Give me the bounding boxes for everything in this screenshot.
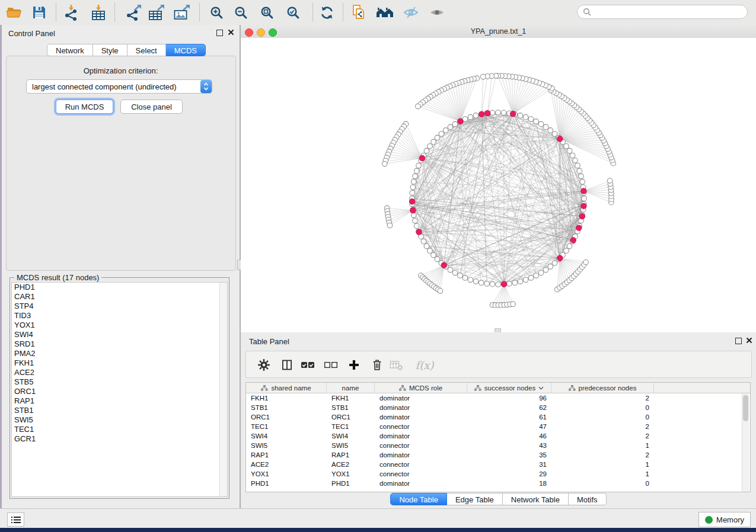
close-panel-icon[interactable] [228, 29, 234, 36]
cell-shared-name[interactable]: FKH1 [246, 393, 327, 403]
first-neighbors-icon[interactable] [374, 2, 395, 23]
graph-node[interactable] [490, 281, 495, 287]
run-mcds-button[interactable]: Run MCDS [56, 100, 113, 114]
cell-MCDS-role[interactable]: connector [375, 441, 467, 450]
graph-node[interactable] [473, 279, 479, 284]
cell-predecessor-nodes[interactable]: 0 [551, 403, 654, 412]
mcds-list-scrollbar[interactable] [219, 283, 227, 496]
graph-node[interactable] [473, 113, 479, 118]
import-network-icon[interactable] [60, 2, 82, 23]
table-scrollbar-thumb[interactable] [743, 395, 748, 421]
mcds-result-item[interactable]: RAP1 [12, 396, 227, 406]
graph-node[interactable] [580, 179, 585, 184]
graph-node[interactable] [411, 179, 416, 184]
close-table-panel-icon[interactable] [746, 337, 752, 344]
hide-selected-icon[interactable] [400, 2, 422, 23]
export-network-icon[interactable] [123, 2, 144, 23]
graph-node-selected[interactable] [479, 111, 484, 117]
mcds-result-item[interactable]: PMA2 [12, 349, 227, 358]
task-history-button[interactable] [7, 512, 24, 527]
graph-node-selected[interactable] [557, 255, 563, 261]
graph-node-selected[interactable] [579, 214, 585, 219]
export-table-icon[interactable] [145, 2, 167, 23]
graph-node[interactable] [548, 128, 553, 133]
graph-node[interactable] [507, 281, 512, 286]
open-file-icon[interactable] [4, 2, 25, 23]
tab-network-table[interactable]: Network Table [503, 493, 569, 505]
cell-predecessor-nodes[interactable]: 1 [551, 441, 654, 450]
mcds-result-item[interactable]: STP4 [12, 302, 227, 311]
cell-MCDS-role[interactable]: dominator [375, 450, 467, 460]
graph-node[interactable] [448, 124, 453, 130]
deselect-all-icon[interactable] [323, 357, 339, 373]
cell-MCDS-role[interactable]: dominator [375, 412, 467, 422]
graph-node[interactable] [518, 279, 523, 284]
column-header-successor-nodes[interactable]: successor nodes [467, 383, 551, 393]
graph-node-selected[interactable] [409, 198, 414, 204]
cell-successor-nodes[interactable]: 96 [467, 393, 551, 403]
table-row[interactable]: SWI4SWI4dominator462 [246, 431, 750, 441]
cell-successor-nodes[interactable]: 29 [467, 469, 551, 479]
graph-node[interactable] [468, 277, 473, 283]
graph-node[interactable] [431, 139, 436, 145]
graph-node[interactable] [607, 178, 613, 184]
show-columns-icon[interactable] [279, 357, 295, 373]
cell-shared-name[interactable]: RAP1 [246, 450, 327, 460]
mcds-result-item[interactable]: SRD1 [12, 339, 227, 349]
cell-name[interactable]: TEC1 [327, 422, 375, 431]
graph-node[interactable] [543, 124, 548, 130]
graph-node[interactable] [523, 277, 528, 283]
import-table-icon[interactable] [88, 2, 109, 23]
graph-node-selected[interactable] [557, 136, 563, 142]
cell-successor-nodes[interactable]: 18 [467, 479, 551, 488]
graph-node[interactable] [431, 252, 436, 258]
cell-predecessor-nodes[interactable]: 2 [551, 450, 654, 460]
cell-shared-name[interactable]: ORC1 [246, 412, 327, 422]
graph-node[interactable] [528, 275, 534, 281]
graph-node-selected[interactable] [416, 229, 422, 235]
graph-node[interactable] [511, 302, 516, 307]
cell-MCDS-role[interactable]: connector [375, 469, 467, 479]
graph-node[interactable] [413, 174, 418, 179]
graph-node[interactable] [435, 135, 440, 140]
graph-node[interactable] [462, 275, 468, 281]
column-header-MCDS-role[interactable]: MCDS role [375, 383, 467, 393]
graph-node[interactable] [416, 104, 421, 109]
graph-node[interactable] [480, 74, 486, 79]
graph-node[interactable] [577, 168, 582, 174]
graph-node[interactable] [438, 289, 443, 294]
zoom-out-icon[interactable] [230, 2, 251, 23]
table-row[interactable]: ACE2ACE2connector311 [246, 460, 750, 469]
table-row[interactable]: SWI5SWI5connector431 [246, 441, 750, 450]
tab-edge-table[interactable]: Edge Table [447, 493, 503, 505]
mcds-result-item[interactable]: ORC1 [12, 387, 227, 396]
graph-node[interactable] [410, 190, 415, 196]
graph-node[interactable] [548, 264, 553, 270]
graph-node[interactable] [410, 185, 416, 190]
table-scrollbar[interactable] [742, 393, 749, 492]
mcds-result-item[interactable]: SWI5 [12, 415, 227, 425]
graph-node[interactable] [538, 270, 544, 275]
graph-node[interactable] [414, 223, 419, 229]
graph-node[interactable] [458, 273, 463, 278]
cell-name[interactable]: RAP1 [327, 450, 375, 460]
tab-motifs[interactable]: Motifs [569, 493, 607, 505]
graph-node[interactable] [583, 259, 589, 265]
cell-predecessor-nodes[interactable]: 1 [551, 469, 654, 479]
cell-successor-nodes[interactable]: 43 [467, 441, 551, 450]
graph-node[interactable] [411, 213, 416, 218]
graph-node[interactable] [435, 257, 440, 262]
criterion-dropdown[interactable]: largest connected component (undirected) [26, 79, 212, 94]
search-input[interactable] [592, 7, 736, 17]
float-panel-icon[interactable] [216, 30, 223, 36]
cell-successor-nodes[interactable]: 35 [467, 450, 551, 460]
zoom-selected-icon[interactable] [282, 2, 304, 23]
cell-successor-nodes[interactable]: 62 [467, 403, 551, 412]
table-row[interactable]: STB1STB1dominator620 [246, 403, 750, 412]
mcds-result-item[interactable]: STB1 [12, 406, 227, 415]
cell-successor-nodes[interactable]: 61 [467, 412, 551, 422]
cell-shared-name[interactable]: ACE2 [246, 460, 327, 469]
cell-name[interactable]: PHD1 [327, 479, 375, 488]
tab-mcds[interactable]: MCDS [166, 44, 206, 56]
cell-successor-nodes[interactable]: 31 [467, 460, 551, 469]
